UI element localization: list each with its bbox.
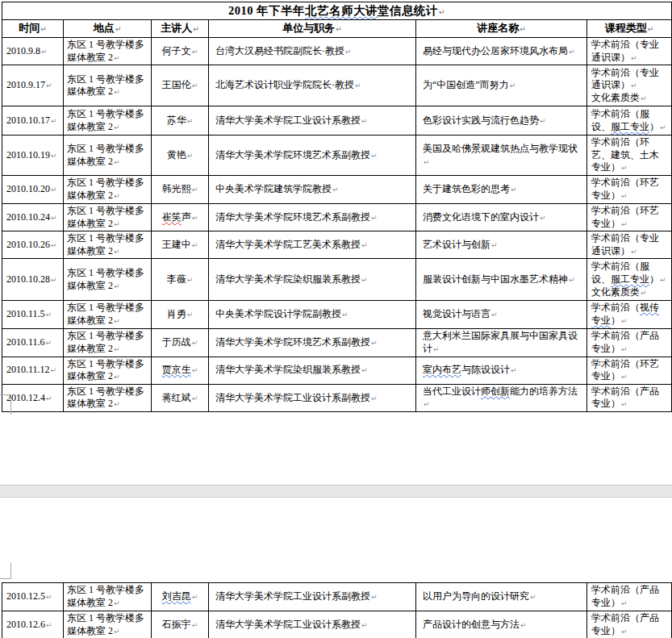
cell-lecture-name[interactable]: 产品设计的创意与方法↵ — [416, 611, 587, 638]
course-type-paragraph: 学术前沿（产品专业）↵ — [591, 386, 667, 411]
cell-time[interactable]: 2010.11.12↵ — [2, 357, 64, 384]
cell-lecture-name[interactable]: 易经与现代办公居家环境风水布局↵ — [416, 38, 587, 65]
cell-org-title[interactable]: 清华大学美术学院环境艺术系副教授↵ — [209, 328, 416, 357]
cell-location[interactable]: 东区 1 号教学楼多媒体教室 2↵ — [64, 106, 152, 136]
cell-course-type[interactable]: 学术前沿（专业通识课）↵ — [587, 231, 672, 259]
cell-location[interactable]: 东区 1 号教学楼多媒体教室 2↵ — [64, 259, 152, 301]
cell-location[interactable]: 东区 1 号教学楼多媒体教室 2↵ — [64, 328, 152, 357]
cell-lecture-name[interactable]: 艺术设计与创新↵ — [416, 231, 587, 259]
cell-course-type[interactable]: 学术前沿（产品专业）↵ — [587, 384, 672, 411]
cell-org-title[interactable]: 中央美术学院设计学院副教授↵ — [209, 301, 416, 328]
cell-speaker[interactable]: 崔笑声↵ — [152, 203, 209, 231]
column-header-地点[interactable]: 地点↵ — [64, 20, 152, 38]
column-header-主讲人[interactable]: 主讲人↵ — [152, 20, 209, 38]
cell-org-title[interactable]: 中央美术学院建筑学院教授↵ — [209, 175, 416, 203]
cell-course-type[interactable]: 学术前沿（环艺、建筑、土木专业）↵ — [587, 136, 672, 176]
cell-org-title[interactable]: 台湾大汉易经书院副院长·教授↵ — [209, 38, 416, 65]
cell-time[interactable]: 2010.10.28↵ — [2, 259, 64, 301]
cell-course-type[interactable]: 学术前沿（产品专业）↵ — [587, 583, 672, 611]
cell-time[interactable]: 2010.10.20↵ — [2, 175, 64, 203]
cell-org-title[interactable]: 北海艺术设计职业学院院长·教授↵ — [209, 65, 416, 106]
cell-time[interactable]: 2010.10.17↵ — [2, 106, 64, 136]
text-run: 能力的培养方法 — [510, 386, 578, 397]
cell-location[interactable]: 东区 1 号教学楼多媒体教室 2↵ — [64, 583, 152, 611]
cell-lecture-name[interactable]: 室内布艺与陈设设计↵ — [416, 357, 587, 384]
cell-time[interactable]: 2010.12.6↵ — [2, 611, 64, 638]
cell-speaker[interactable]: 贾京生↵ — [152, 357, 209, 384]
cell-org-title[interactable]: 清华大学美术学院工业设计系副教授↵ — [209, 384, 416, 411]
cell-location[interactable]: 东区 1 号教学楼多媒体教室 2↵ — [64, 384, 152, 411]
cell-speaker[interactable]: 韩光熙↵ — [152, 175, 209, 203]
cell-lecture-name[interactable]: 关于建筑色彩的思考↵ — [416, 175, 587, 203]
cell-speaker[interactable]: 黄艳↵ — [152, 136, 209, 176]
text-run: 文化素质类 — [591, 92, 640, 103]
text-run: 东区 1 号教学楼多媒体教室 2 — [67, 302, 144, 326]
cell-location[interactable]: 东区 1 号教学楼多媒体教室 2↵ — [64, 38, 152, 65]
cell-time[interactable]: 2010.9.8↵ — [2, 38, 64, 65]
cell-location[interactable]: 东区 1 号教学楼多媒体教室 2↵ — [64, 65, 152, 106]
cell-time[interactable]: 2010.10.24↵ — [2, 203, 64, 231]
column-header-讲座名称[interactable]: 讲座名称↵ — [416, 20, 587, 38]
cell-speaker[interactable]: 肖勇↵ — [152, 301, 209, 328]
cell-org-title[interactable]: 清华大学美术学院环境艺术系副教授↵ — [209, 136, 416, 176]
cell-speaker[interactable]: 李薇↵ — [152, 259, 209, 301]
cell-speaker[interactable]: 刘吉昆↵ — [152, 583, 209, 611]
column-header-单位与职务[interactable]: 单位与职务↵ — [209, 20, 416, 38]
cell-location[interactable]: 东区 1 号教学楼多媒体教室 2↵ — [64, 203, 152, 231]
cell-course-type[interactable]: 学术前沿（环艺专业）↵ — [587, 357, 672, 384]
cell-location[interactable]: 东区 1 号教学楼多媒体教室 2↵ — [64, 175, 152, 203]
cell-location[interactable]: 东区 1 号教学楼多媒体教室 2↵ — [64, 611, 152, 638]
cell-course-type[interactable]: 学术前沿（产品专业）↵ — [587, 611, 672, 638]
cell-org-title[interactable]: 清华大学美术学院工业设计系教授↵ — [209, 611, 416, 638]
cell-location[interactable]: 东区 1 号教学楼多媒体教室 2↵ — [64, 231, 152, 259]
cell-lecture-name[interactable]: 意大利米兰国际家具展与中国家具设计↵ — [416, 328, 587, 357]
cell-org-title[interactable]: 清华大学美术学院染织服装系教授↵ — [209, 357, 416, 384]
column-header-时间[interactable]: 时间↵ — [2, 20, 64, 38]
cell-time[interactable]: 2010.11.6↵ — [2, 328, 64, 357]
cell-speaker[interactable]: 石振宇↵ — [152, 611, 209, 638]
cell-course-type[interactable]: 学术前沿（专业通识课）↵ — [587, 38, 672, 65]
cell-org-title[interactable]: 清华大学美术学院染织服装系教授↵ — [209, 259, 416, 301]
cell-speaker[interactable]: 王建中↵ — [152, 231, 209, 259]
cell-location[interactable]: 东区 1 号教学楼多媒体教室 2↵ — [64, 357, 152, 384]
document-title[interactable]: 2010 年下半年北艺名师大讲堂信息统计↵ — [2, 2, 672, 20]
column-header-label: 主讲人 — [161, 22, 192, 34]
cell-lecture-name[interactable]: 以用户为导向的设计研究↵ — [416, 583, 587, 611]
cell-time[interactable]: 2010.12.5↵ — [2, 583, 64, 611]
cell-speaker[interactable]: 蒋红斌↵ — [152, 384, 209, 411]
paragraph-mark-icon: ↵ — [187, 276, 194, 284]
cell-org-title[interactable]: 清华大学美术学院环境艺术系副教授↵ — [209, 203, 416, 231]
cell-lecture-name[interactable]: 消费文化语境下的室内设计↵ — [416, 203, 587, 231]
paragraph-mark-icon: ↵ — [114, 373, 120, 381]
cell-org-title[interactable]: 清华大学美术学院工艺美术系教授↵ — [209, 231, 416, 259]
cell-org-title[interactable]: 清华大学美术学院工业设计系副教授↵ — [209, 583, 416, 611]
cell-lecture-name[interactable]: 服装设计创新与中国水墨艺术精神↵ — [416, 259, 587, 301]
cell-course-type[interactable]: 学术前沿（视传专业）↵ — [587, 301, 672, 328]
cell-speaker[interactable]: 苏华↵ — [152, 106, 209, 136]
cell-lecture-name[interactable]: 色彩设计实践与流行色趋势↵ — [416, 106, 587, 136]
cell-lecture-name[interactable]: 美国及哈佛景观建筑热点与教学现状↵ — [416, 136, 587, 176]
cell-time[interactable]: 2010.11.5↵ — [2, 301, 64, 328]
cell-time[interactable]: 2010.10.26↵ — [2, 231, 64, 259]
column-header-课程类型[interactable]: 课程类型↵ — [587, 20, 672, 38]
cell-lecture-name[interactable]: 为“中国创造”而努力↵ — [416, 65, 587, 106]
header-row: 时间↵地点↵主讲人↵单位与职务↵讲座名称↵课程类型↵ — [2, 20, 672, 38]
cell-time[interactable]: 2010.9.17↵ — [2, 65, 64, 106]
cell-course-type[interactable]: 学术前沿（服设、服工专业）↵文化素质类↵ — [587, 259, 672, 301]
cell-course-type[interactable]: 学术前沿（产品专业）↵ — [587, 328, 672, 357]
text-run: 清华大学美术学院环境艺术系副教授 — [215, 211, 370, 223]
cell-speaker[interactable]: 何子文↵ — [152, 38, 209, 65]
cell-time[interactable]: 2010.10.19↵ — [2, 136, 64, 176]
cell-org-title[interactable]: 清华大学美术学院工业设计系教授↵ — [209, 106, 416, 136]
cell-course-type[interactable]: 学术前沿（专业通识课）↵文化素质类↵ — [587, 65, 672, 106]
cell-course-type[interactable]: 学术前沿（环艺专业）↵ — [587, 203, 672, 231]
cell-course-type[interactable]: 学术前沿（环艺专业）↵ — [587, 175, 672, 203]
cell-lecture-name[interactable]: 当代工业设计师创新能力的培养方法↵ — [416, 384, 587, 411]
cell-location[interactable]: 东区 1 号教学楼多媒体教室 2↵ — [64, 301, 152, 328]
cell-lecture-name[interactable]: 视觉设计与语言↵ — [416, 301, 587, 328]
cell-speaker[interactable]: 于历战↵ — [152, 328, 209, 357]
cell-speaker[interactable]: 王国伦↵ — [152, 65, 209, 106]
cell-location[interactable]: 东区 1 号教学楼多媒体教室 2↵ — [64, 136, 152, 176]
cell-course-type[interactable]: 学术前沿（服设、服工专业）↵ — [587, 106, 672, 136]
paragraph-mark-icon: ↵ — [621, 400, 628, 408]
